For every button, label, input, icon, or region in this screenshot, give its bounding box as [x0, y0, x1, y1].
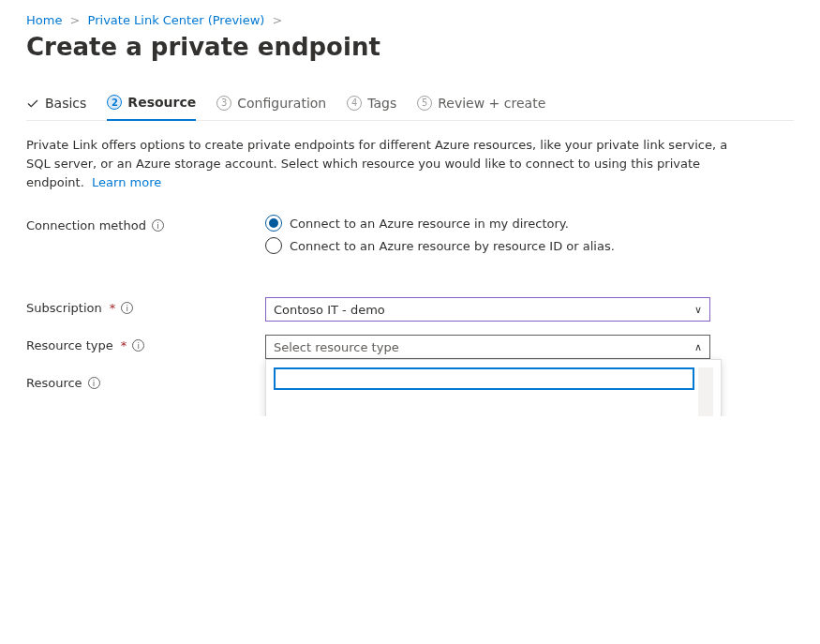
info-icon[interactable]: i: [152, 219, 164, 232]
chevron-down-icon: ∨: [694, 304, 702, 316]
subscription-value: Contoso IT - demo: [274, 303, 385, 317]
subscription-select[interactable]: Contoso IT - demo ∨: [265, 297, 710, 322]
chevron-up-icon: ∧: [694, 341, 702, 353]
radio-unselected-icon: [265, 237, 282, 254]
tab-resource[interactable]: 2 Resource: [107, 89, 196, 121]
learn-more-link[interactable]: Learn more: [92, 175, 161, 189]
breadcrumb-private-link[interactable]: Private Link Center (Preview): [88, 13, 265, 27]
resource-type-dropdown: ……………………, …… Microsoft.MachineLearningSe…: [265, 359, 722, 416]
connection-method-alias[interactable]: Connect to an Azure resource by resource…: [265, 237, 710, 254]
wizard-tabs: Basics 2 Resource 3 Configuration 4 Tags…: [26, 89, 794, 121]
connection-method-label: Connection method i: [26, 215, 265, 232]
step-number-icon: 3: [216, 96, 231, 111]
page-title: Create a private endpoint: [26, 33, 794, 61]
step-number-icon: 5: [417, 96, 432, 111]
tab-basics-label: Basics: [45, 96, 86, 111]
breadcrumb: Home > Private Link Center (Preview) >: [26, 13, 794, 27]
connection-method-alias-label: Connect to an Azure resource by resource…: [290, 239, 615, 253]
connection-method-directory-label: Connect to an Azure resource in my direc…: [290, 217, 569, 231]
step-number-icon: 2: [107, 95, 122, 110]
info-icon[interactable]: i: [132, 339, 144, 352]
tab-configuration[interactable]: 3 Configuration: [216, 89, 326, 120]
resource-type-option-truncated[interactable]: ……………………, ……: [274, 396, 694, 416]
tab-review[interactable]: 5 Review + create: [417, 89, 545, 120]
tab-tags-label: Tags: [367, 96, 396, 111]
resource-type-placeholder: Select resource type: [274, 340, 399, 354]
tab-description: Private Link offers options to create pr…: [26, 136, 738, 192]
tab-configuration-label: Configuration: [237, 96, 326, 111]
tab-resource-label: Resource: [127, 95, 196, 110]
resource-type-label: Resource type* i: [26, 335, 265, 352]
step-number-icon: 4: [347, 96, 362, 111]
connection-method-directory[interactable]: Connect to an Azure resource in my direc…: [265, 215, 710, 232]
dropdown-scrollbar[interactable]: [698, 367, 713, 416]
info-icon[interactable]: i: [88, 377, 100, 389]
info-icon[interactable]: i: [121, 302, 133, 314]
resource-type-select[interactable]: Select resource type ∧: [265, 335, 710, 359]
subscription-label: Subscription* i: [26, 297, 265, 315]
resource-type-search-input[interactable]: [274, 367, 694, 390]
tab-tags[interactable]: 4 Tags: [347, 89, 396, 120]
tab-review-label: Review + create: [438, 96, 545, 111]
chevron-right-icon: >: [70, 13, 81, 27]
check-icon: [26, 97, 39, 110]
radio-selected-icon: [265, 215, 282, 232]
chevron-right-icon: >: [273, 13, 283, 27]
resource-label: Resource i: [26, 372, 265, 390]
breadcrumb-home[interactable]: Home: [26, 13, 62, 27]
tab-basics[interactable]: Basics: [26, 89, 86, 120]
